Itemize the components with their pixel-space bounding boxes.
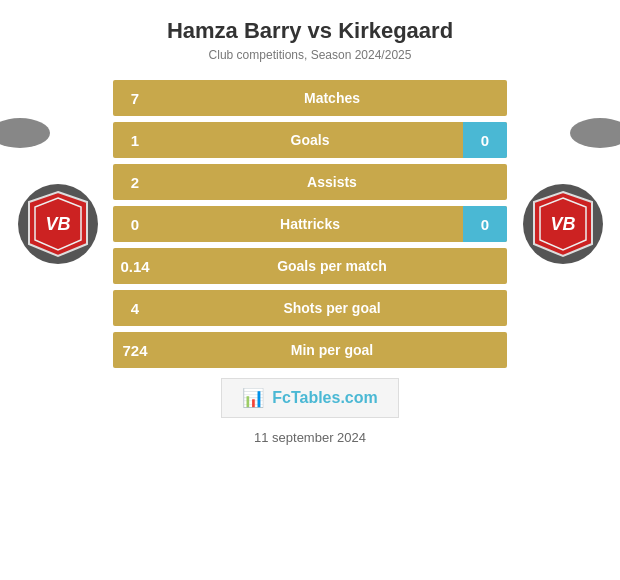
svg-text:VB: VB [45, 214, 70, 234]
stat-value-right-goals: 0 [463, 132, 507, 149]
stat-value-left-goals: 1 [113, 132, 157, 149]
stat-row-shots_per_goal: 4Shots per goal [113, 290, 507, 326]
right-logo-badge: VB [532, 190, 594, 258]
stat-value-left-goals_per_match: 0.14 [113, 258, 157, 275]
fctables-text: FcTables.com [272, 389, 378, 407]
stat-value-left-shots_per_goal: 4 [113, 300, 157, 317]
page-wrapper: Hamza Barry vs Kirkegaard Club competiti… [0, 0, 620, 580]
stat-row-min_per_goal: 724Min per goal [113, 332, 507, 368]
fctables-section: 📊 FcTables.com [221, 378, 399, 418]
stat-value-left-min_per_goal: 724 [113, 342, 157, 359]
right-logo-container: VB [515, 184, 610, 264]
stats-bars: 7Matches1Goals02Assists0Hattricks00.14Go… [105, 80, 515, 368]
page-subtitle: Club competitions, Season 2024/2025 [10, 48, 610, 62]
stat-value-left-assists: 2 [113, 174, 157, 191]
stats-section: VB 7Matches1Goals02Assists0Hattricks00.1… [0, 80, 620, 368]
stat-value-left-hattricks: 0 [113, 216, 157, 233]
stat-bar-assists: 2Assists [113, 164, 507, 200]
stat-value-right-hattricks: 0 [463, 216, 507, 233]
stat-bar-matches: 7Matches [113, 80, 507, 116]
stat-row-assists: 2Assists [113, 164, 507, 200]
svg-text:VB: VB [550, 214, 575, 234]
stat-bar-shots_per_goal: 4Shots per goal [113, 290, 507, 326]
date-footer: 11 september 2024 [254, 430, 366, 445]
stat-row-hattricks: 0Hattricks0 [113, 206, 507, 242]
left-logo-badge: VB [27, 190, 89, 258]
stat-label-goals_per_match: Goals per match [157, 258, 507, 274]
page-title: Hamza Barry vs Kirkegaard [10, 18, 610, 44]
stat-label-assists: Assists [157, 174, 507, 190]
stat-value-left-matches: 7 [113, 90, 157, 107]
stat-row-matches: 7Matches [113, 80, 507, 116]
stat-label-goals: Goals [157, 132, 463, 148]
main-content: VB 7Matches1Goals02Assists0Hattricks00.1… [0, 70, 620, 580]
stat-row-goals_per_match: 0.14Goals per match [113, 248, 507, 284]
stat-label-hattricks: Hattricks [157, 216, 463, 232]
left-logo-container: VB [10, 184, 105, 264]
stat-label-shots_per_goal: Shots per goal [157, 300, 507, 316]
stat-bar-hattricks: 0Hattricks0 [113, 206, 507, 242]
stat-label-matches: Matches [157, 90, 507, 106]
fctables-icon: 📊 [242, 387, 264, 409]
stat-row-goals: 1Goals0 [113, 122, 507, 158]
left-logo-ellipse: VB [18, 184, 98, 264]
header: Hamza Barry vs Kirkegaard Club competiti… [0, 0, 620, 70]
fctables-badge: 📊 FcTables.com [221, 378, 399, 418]
stat-bar-goals: 1Goals0 [113, 122, 507, 158]
stat-bar-goals_per_match: 0.14Goals per match [113, 248, 507, 284]
stat-label-min_per_goal: Min per goal [157, 342, 507, 358]
right-logo-ellipse: VB [523, 184, 603, 264]
stat-bar-min_per_goal: 724Min per goal [113, 332, 507, 368]
